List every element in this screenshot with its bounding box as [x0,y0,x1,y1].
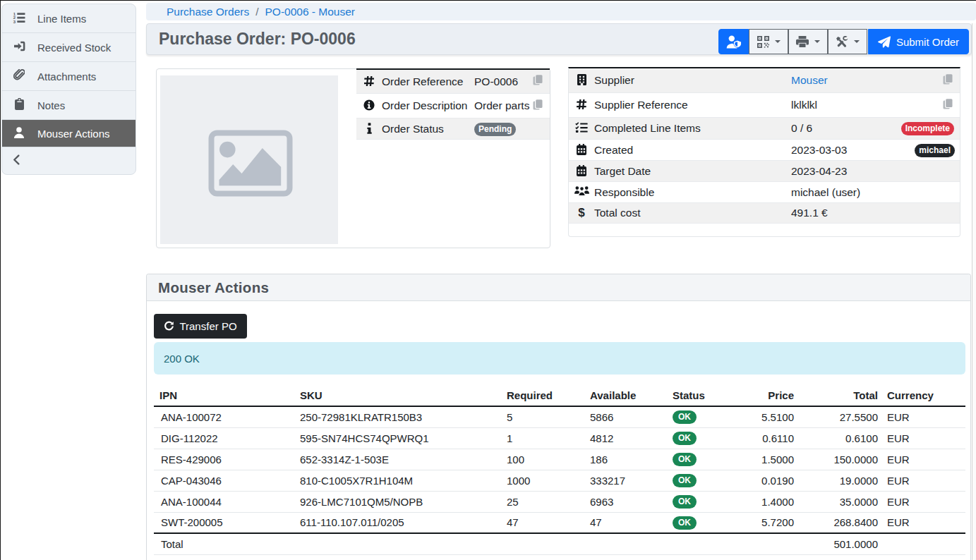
svg-text:3: 3 [13,19,16,23]
